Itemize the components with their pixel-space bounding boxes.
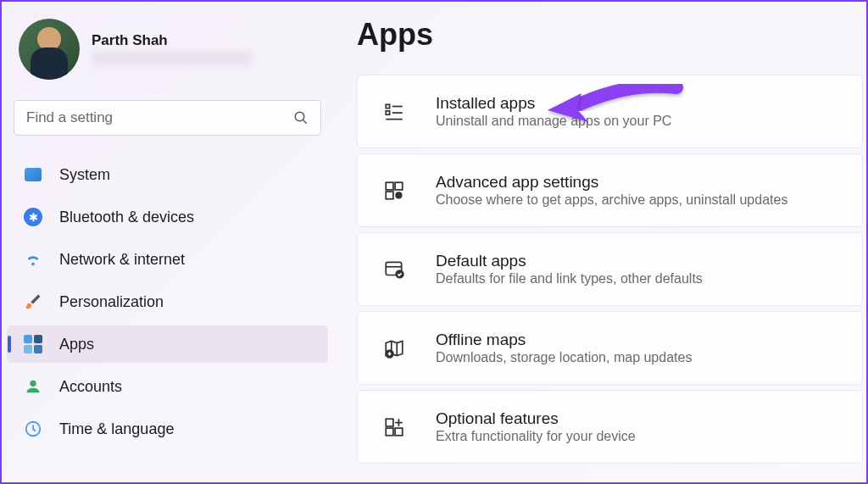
sidebar-item-label: System [59, 166, 110, 184]
sidebar-item-label: Personalization [59, 293, 164, 311]
apps-icon [24, 335, 42, 353]
svg-rect-11 [386, 192, 393, 199]
card-title: Optional features [436, 409, 837, 428]
settings-cards: Installed apps Uninstall and manage apps… [357, 75, 863, 464]
card-title: Default apps [436, 252, 837, 270]
card-subtitle: Uninstall and manage apps on your PC [436, 114, 837, 129]
sidebar-item-label: Network & internet [59, 251, 185, 269]
profile-name: Parth Shah [92, 32, 253, 49]
grid-plus-icon [383, 416, 405, 438]
bluetooth-icon: ✱ [24, 208, 42, 226]
sidebar-item-accounts[interactable]: Accounts [10, 368, 328, 405]
page-title: Apps [357, 17, 863, 53]
card-title: Offline maps [436, 331, 837, 349]
nav: System ✱ Bluetooth & devices Network & i… [2, 156, 337, 448]
card-title: Advanced app settings [436, 173, 837, 192]
card-advanced-settings[interactable]: Advanced app settings Choose where to ge… [357, 153, 863, 227]
svg-rect-20 [386, 428, 393, 436]
svg-point-12 [396, 192, 402, 198]
clock-globe-icon [24, 420, 42, 438]
svg-line-1 [303, 120, 307, 124]
sidebar-item-label: Bluetooth & devices [59, 209, 194, 226]
svg-rect-21 [395, 428, 403, 436]
sidebar-item-label: Accounts [59, 378, 122, 396]
card-default-apps[interactable]: Default apps Defaults for file and link … [357, 232, 863, 306]
sidebar-item-apps[interactable]: Apps [7, 325, 328, 363]
window-check-icon [383, 259, 405, 281]
profile-section[interactable]: Parth Shah [2, 10, 337, 95]
svg-point-0 [295, 112, 304, 121]
search-icon [293, 110, 309, 125]
system-icon [24, 165, 42, 184]
person-icon [24, 377, 42, 396]
sidebar-item-system[interactable]: System [10, 156, 328, 193]
svg-rect-19 [386, 419, 393, 426]
search-box[interactable] [14, 100, 321, 136]
svg-rect-5 [386, 110, 389, 114]
sidebar-item-time[interactable]: Time & language [10, 410, 328, 448]
card-installed-apps[interactable]: Installed apps Uninstall and manage apps… [357, 75, 863, 148]
wifi-icon [24, 250, 42, 269]
svg-rect-10 [395, 182, 403, 190]
svg-rect-9 [386, 182, 393, 190]
grid-gear-icon [383, 180, 405, 202]
sidebar-item-label: Time & language [59, 420, 174, 438]
list-icon [383, 101, 405, 123]
card-optional-features[interactable]: Optional features Extra functionality fo… [357, 390, 863, 464]
profile-email [92, 51, 253, 66]
card-subtitle: Choose where to get apps, archive apps, … [436, 192, 837, 208]
main-content: Apps Installed apps Uninstall and manage… [337, 2, 866, 482]
svg-point-2 [30, 381, 36, 387]
map-download-icon [383, 337, 405, 359]
card-subtitle: Defaults for file and link types, other … [436, 271, 837, 287]
sidebar-item-bluetooth[interactable]: ✱ Bluetooth & devices [10, 198, 328, 236]
card-title: Installed apps [436, 94, 837, 113]
card-offline-maps[interactable]: Offline maps Downloads, storage location… [357, 311, 863, 385]
avatar [19, 19, 80, 80]
sidebar-item-network[interactable]: Network & internet [10, 241, 328, 278]
sidebar: Parth Shah System ✱ Bluetooth & devices … [2, 2, 337, 482]
card-subtitle: Downloads, storage location, map updates [436, 350, 837, 365]
brush-icon [24, 292, 42, 311]
svg-rect-4 [386, 104, 389, 108]
card-subtitle: Extra functionality for your device [436, 429, 837, 444]
sidebar-item-personalization[interactable]: Personalization [10, 283, 328, 320]
sidebar-item-label: Apps [59, 336, 94, 353]
search-input[interactable] [26, 109, 293, 126]
